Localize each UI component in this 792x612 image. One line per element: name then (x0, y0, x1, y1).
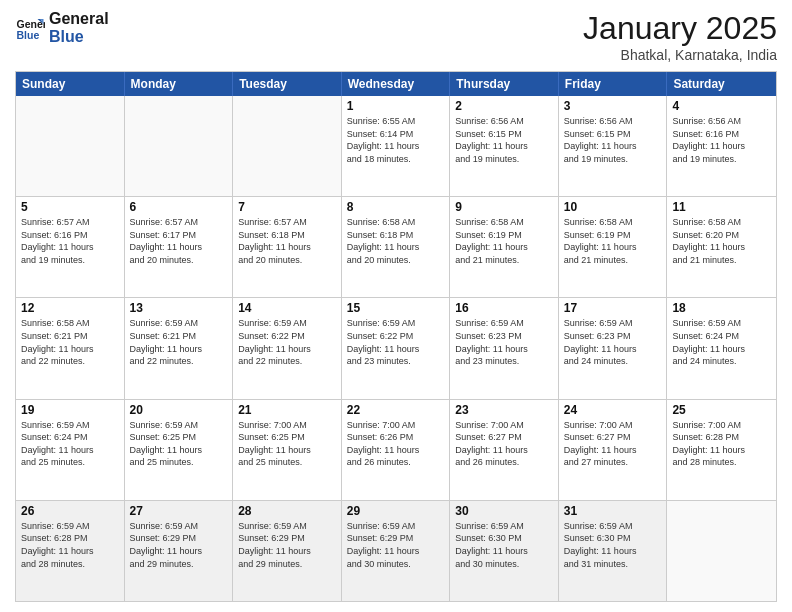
day-number: 11 (672, 200, 771, 214)
week-row-4: 19Sunrise: 6:59 AM Sunset: 6:24 PM Dayli… (16, 399, 776, 500)
day-info: Sunrise: 6:59 AM Sunset: 6:23 PM Dayligh… (564, 317, 662, 367)
day-info: Sunrise: 6:58 AM Sunset: 6:18 PM Dayligh… (347, 216, 445, 266)
day-header-wednesday: Wednesday (342, 72, 451, 96)
day-number: 13 (130, 301, 228, 315)
day-info: Sunrise: 6:59 AM Sunset: 6:22 PM Dayligh… (347, 317, 445, 367)
day-number: 27 (130, 504, 228, 518)
cal-cell: 25Sunrise: 7:00 AM Sunset: 6:28 PM Dayli… (667, 400, 776, 500)
cal-cell: 22Sunrise: 7:00 AM Sunset: 6:26 PM Dayli… (342, 400, 451, 500)
day-info: Sunrise: 6:56 AM Sunset: 6:15 PM Dayligh… (564, 115, 662, 165)
cal-cell: 28Sunrise: 6:59 AM Sunset: 6:29 PM Dayli… (233, 501, 342, 601)
day-number: 18 (672, 301, 771, 315)
svg-text:Blue: Blue (17, 28, 40, 40)
day-info: Sunrise: 6:58 AM Sunset: 6:19 PM Dayligh… (455, 216, 553, 266)
day-number: 26 (21, 504, 119, 518)
cal-cell: 15Sunrise: 6:59 AM Sunset: 6:22 PM Dayli… (342, 298, 451, 398)
day-info: Sunrise: 6:57 AM Sunset: 6:17 PM Dayligh… (130, 216, 228, 266)
day-header-saturday: Saturday (667, 72, 776, 96)
cal-cell: 12Sunrise: 6:58 AM Sunset: 6:21 PM Dayli… (16, 298, 125, 398)
day-number: 10 (564, 200, 662, 214)
cal-cell (16, 96, 125, 196)
cal-cell: 27Sunrise: 6:59 AM Sunset: 6:29 PM Dayli… (125, 501, 234, 601)
day-info: Sunrise: 7:00 AM Sunset: 6:25 PM Dayligh… (238, 419, 336, 469)
day-number: 12 (21, 301, 119, 315)
day-info: Sunrise: 7:00 AM Sunset: 6:26 PM Dayligh… (347, 419, 445, 469)
day-info: Sunrise: 7:00 AM Sunset: 6:27 PM Dayligh… (455, 419, 553, 469)
day-info: Sunrise: 6:56 AM Sunset: 6:16 PM Dayligh… (672, 115, 771, 165)
day-number: 8 (347, 200, 445, 214)
day-header-thursday: Thursday (450, 72, 559, 96)
day-info: Sunrise: 6:57 AM Sunset: 6:16 PM Dayligh… (21, 216, 119, 266)
day-info: Sunrise: 6:59 AM Sunset: 6:24 PM Dayligh… (21, 419, 119, 469)
day-number: 19 (21, 403, 119, 417)
day-info: Sunrise: 6:58 AM Sunset: 6:21 PM Dayligh… (21, 317, 119, 367)
day-info: Sunrise: 7:00 AM Sunset: 6:28 PM Dayligh… (672, 419, 771, 469)
cal-cell: 19Sunrise: 6:59 AM Sunset: 6:24 PM Dayli… (16, 400, 125, 500)
calendar: SundayMondayTuesdayWednesdayThursdayFrid… (15, 71, 777, 602)
cal-cell: 31Sunrise: 6:59 AM Sunset: 6:30 PM Dayli… (559, 501, 668, 601)
day-info: Sunrise: 6:59 AM Sunset: 6:22 PM Dayligh… (238, 317, 336, 367)
cal-cell: 3Sunrise: 6:56 AM Sunset: 6:15 PM Daylig… (559, 96, 668, 196)
day-number: 2 (455, 99, 553, 113)
day-info: Sunrise: 6:58 AM Sunset: 6:19 PM Dayligh… (564, 216, 662, 266)
cal-cell: 24Sunrise: 7:00 AM Sunset: 6:27 PM Dayli… (559, 400, 668, 500)
day-number: 9 (455, 200, 553, 214)
day-number: 31 (564, 504, 662, 518)
day-info: Sunrise: 6:59 AM Sunset: 6:24 PM Dayligh… (672, 317, 771, 367)
cal-cell: 18Sunrise: 6:59 AM Sunset: 6:24 PM Dayli… (667, 298, 776, 398)
day-number: 16 (455, 301, 553, 315)
cal-cell: 30Sunrise: 6:59 AM Sunset: 6:30 PM Dayli… (450, 501, 559, 601)
calendar-header: SundayMondayTuesdayWednesdayThursdayFrid… (16, 72, 776, 96)
day-number: 6 (130, 200, 228, 214)
day-number: 30 (455, 504, 553, 518)
week-row-5: 26Sunrise: 6:59 AM Sunset: 6:28 PM Dayli… (16, 500, 776, 601)
week-row-2: 5Sunrise: 6:57 AM Sunset: 6:16 PM Daylig… (16, 196, 776, 297)
day-info: Sunrise: 6:59 AM Sunset: 6:25 PM Dayligh… (130, 419, 228, 469)
cal-cell: 23Sunrise: 7:00 AM Sunset: 6:27 PM Dayli… (450, 400, 559, 500)
cal-cell: 6Sunrise: 6:57 AM Sunset: 6:17 PM Daylig… (125, 197, 234, 297)
cal-cell: 14Sunrise: 6:59 AM Sunset: 6:22 PM Dayli… (233, 298, 342, 398)
day-header-sunday: Sunday (16, 72, 125, 96)
day-number: 4 (672, 99, 771, 113)
cal-cell: 29Sunrise: 6:59 AM Sunset: 6:29 PM Dayli… (342, 501, 451, 601)
logo: General Blue General Blue (15, 10, 109, 45)
cal-cell: 1Sunrise: 6:55 AM Sunset: 6:14 PM Daylig… (342, 96, 451, 196)
day-info: Sunrise: 6:58 AM Sunset: 6:20 PM Dayligh… (672, 216, 771, 266)
day-number: 24 (564, 403, 662, 417)
day-number: 15 (347, 301, 445, 315)
day-number: 23 (455, 403, 553, 417)
cal-cell: 17Sunrise: 6:59 AM Sunset: 6:23 PM Dayli… (559, 298, 668, 398)
title-section: January 2025 Bhatkal, Karnataka, India (583, 10, 777, 63)
day-header-monday: Monday (125, 72, 234, 96)
cal-cell (233, 96, 342, 196)
cal-cell (667, 501, 776, 601)
cal-cell: 5Sunrise: 6:57 AM Sunset: 6:16 PM Daylig… (16, 197, 125, 297)
day-number: 5 (21, 200, 119, 214)
day-info: Sunrise: 6:57 AM Sunset: 6:18 PM Dayligh… (238, 216, 336, 266)
day-info: Sunrise: 6:59 AM Sunset: 6:29 PM Dayligh… (238, 520, 336, 570)
day-number: 3 (564, 99, 662, 113)
day-number: 22 (347, 403, 445, 417)
day-number: 21 (238, 403, 336, 417)
day-info: Sunrise: 7:00 AM Sunset: 6:27 PM Dayligh… (564, 419, 662, 469)
day-number: 17 (564, 301, 662, 315)
cal-cell: 2Sunrise: 6:56 AM Sunset: 6:15 PM Daylig… (450, 96, 559, 196)
logo-blue: Blue (49, 28, 109, 46)
cal-cell: 26Sunrise: 6:59 AM Sunset: 6:28 PM Dayli… (16, 501, 125, 601)
cal-cell: 8Sunrise: 6:58 AM Sunset: 6:18 PM Daylig… (342, 197, 451, 297)
day-info: Sunrise: 6:59 AM Sunset: 6:21 PM Dayligh… (130, 317, 228, 367)
cal-cell: 16Sunrise: 6:59 AM Sunset: 6:23 PM Dayli… (450, 298, 559, 398)
day-number: 29 (347, 504, 445, 518)
cal-cell: 4Sunrise: 6:56 AM Sunset: 6:16 PM Daylig… (667, 96, 776, 196)
logo-icon: General Blue (15, 13, 45, 43)
day-info: Sunrise: 6:55 AM Sunset: 6:14 PM Dayligh… (347, 115, 445, 165)
day-info: Sunrise: 6:56 AM Sunset: 6:15 PM Dayligh… (455, 115, 553, 165)
page: General Blue General Blue January 2025 B… (0, 0, 792, 612)
day-number: 7 (238, 200, 336, 214)
logo-general: General (49, 10, 109, 28)
location: Bhatkal, Karnataka, India (583, 47, 777, 63)
calendar-body: 1Sunrise: 6:55 AM Sunset: 6:14 PM Daylig… (16, 96, 776, 601)
cal-cell: 21Sunrise: 7:00 AM Sunset: 6:25 PM Dayli… (233, 400, 342, 500)
day-header-friday: Friday (559, 72, 668, 96)
day-info: Sunrise: 6:59 AM Sunset: 6:30 PM Dayligh… (564, 520, 662, 570)
